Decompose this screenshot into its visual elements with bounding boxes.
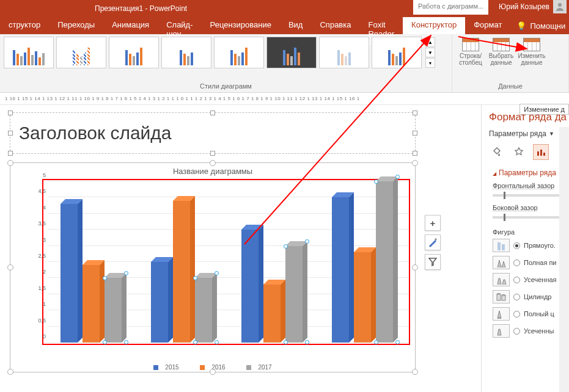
bar[interactable] [173, 201, 190, 343]
tab-view[interactable]: Вид [280, 17, 312, 34]
chart-style-1[interactable] [4, 37, 54, 68]
chart-style-2[interactable] [56, 37, 106, 68]
horizontal-ruler[interactable]: 1 16 1 15 1 14 1 13 1 12 1 11 1 10 1 9 1… [0, 93, 569, 105]
slide-title-placeholder[interactable]: Заголовок слайда [10, 112, 416, 154]
bar[interactable] [376, 181, 393, 343]
resize-handle[interactable] [413, 131, 417, 136]
resize-handle[interactable] [8, 161, 13, 165]
slider-front-gap[interactable] [493, 194, 562, 197]
series-options-tab-icon[interactable] [533, 144, 549, 160]
chart-style-7[interactable] [319, 37, 369, 68]
resize-handle[interactable] [413, 111, 417, 115]
svg-rect-7 [502, 296, 505, 300]
resize-handle[interactable] [413, 151, 417, 156]
radio[interactable] [513, 294, 520, 300]
chart-style-3[interactable] [109, 37, 159, 68]
bar-cluster[interactable] [61, 181, 134, 343]
shape-truncpyr-icon [493, 273, 510, 286]
tell-me[interactable]: 💡 Помощни [510, 17, 569, 34]
chart-style-8[interactable] [372, 37, 422, 68]
user-account[interactable]: Юрий Козырев [499, 0, 569, 13]
resize-handle[interactable] [210, 111, 215, 115]
radio[interactable] [513, 260, 520, 266]
radio[interactable] [513, 311, 520, 318]
chart-side-buttons: + [425, 215, 441, 270]
bar[interactable] [263, 285, 281, 343]
radio[interactable] [513, 277, 520, 283]
resize-handle[interactable] [413, 161, 417, 165]
resize-handle[interactable] [8, 151, 13, 156]
chart-filters-button[interactable] [425, 254, 441, 270]
tab-constructor-partial[interactable]: структор [0, 17, 49, 34]
bar[interactable] [195, 278, 212, 343]
bar[interactable] [105, 278, 122, 343]
bar-cluster[interactable] [241, 181, 315, 343]
shape-option-partial-pyramid[interactable]: Усеченная [482, 271, 569, 288]
resize-handle[interactable] [210, 151, 215, 156]
ribbon: ▲ ▼ ▾ Стили диаграмм Строка/ столбец Выб… [0, 34, 569, 93]
chart-style-6[interactable] [266, 37, 317, 68]
resize-handle[interactable] [210, 369, 215, 374]
bar-cluster[interactable] [332, 181, 405, 343]
section-series-options[interactable]: Параметры ряда [482, 166, 569, 181]
tab-chart-design[interactable]: Конструктор [403, 17, 465, 34]
bar[interactable] [241, 230, 259, 343]
resize-handle[interactable] [8, 131, 13, 136]
bar[interactable] [332, 197, 349, 343]
shape-option-partial-cone[interactable]: Усеченны [482, 322, 569, 339]
resize-handle[interactable] [8, 369, 13, 374]
shape-option-full-pyramid[interactable]: Полная пи [482, 254, 569, 271]
edit-data-button[interactable]: Изменить данные [517, 37, 546, 67]
tab-chart-format[interactable]: Формат [465, 17, 510, 34]
chart-style-4[interactable] [161, 37, 211, 68]
select-data-button[interactable]: Выбрать данные [486, 37, 516, 67]
radio[interactable] [513, 242, 520, 249]
tab-review[interactable]: Рецензирование [202, 17, 280, 34]
switch-row-col-button[interactable]: Строка/ столбец [456, 37, 485, 67]
slider-side-gap[interactable] [493, 216, 562, 219]
resize-handle[interactable] [413, 369, 417, 374]
titlebar: Презентация1 - PowerPoint Работа с диагр… [0, 0, 569, 17]
styles-scroll-up[interactable]: ▲ [425, 37, 435, 47]
resize-handle[interactable] [8, 111, 13, 115]
tab-help[interactable]: Справка [311, 17, 359, 34]
bar[interactable] [354, 252, 371, 343]
pane-subtitle-dropdown[interactable]: Параметры ряда ▼ [482, 127, 569, 140]
slide-title-text: Заголовок слайда [19, 123, 172, 143]
label-shape: Фигура [482, 225, 569, 237]
slide[interactable]: Заголовок слайда Название диаграммы 0 0,… [5, 111, 420, 392]
shape-option-box[interactable]: Прямоуго. [482, 237, 569, 254]
edit-data-icon [523, 38, 540, 51]
styles-more[interactable]: ▾ [425, 58, 435, 68]
shape-option-full-cone[interactable]: Полный ц [482, 305, 569, 322]
tab-foxit[interactable]: Foxit Reader PDF [359, 17, 403, 34]
bar[interactable] [151, 262, 168, 343]
y-axis: 0 0,5 1 1,5 2 2,5 3 3,5 4 4,5 5 [35, 181, 47, 343]
pane-scrollbar[interactable] [559, 127, 569, 392]
help-label: Помощни [530, 21, 565, 31]
fill-tab-icon[interactable] [489, 144, 505, 160]
styles-scroll-down[interactable]: ▼ [425, 48, 435, 57]
plot-area[interactable] [48, 181, 409, 343]
resize-handle[interactable] [413, 265, 417, 270]
label-side-gap: Боковой зазор [482, 203, 569, 212]
shape-option-cylinder[interactable]: Цилиндр [482, 288, 569, 305]
chart-object[interactable]: Название диаграммы 0 0,5 1 1,5 2 2,5 3 3… [10, 162, 416, 372]
chart-style-5[interactable] [214, 37, 264, 68]
context-tab-chart-tools[interactable]: Работа с диаграмм... [413, 0, 488, 15]
tab-animation[interactable]: Анимация [103, 17, 158, 34]
effects-tab-icon[interactable] [511, 144, 527, 160]
avatar-icon [553, 0, 567, 13]
resize-handle[interactable] [210, 161, 215, 165]
bar[interactable] [83, 265, 100, 343]
chart-styles-button[interactable] [425, 234, 441, 250]
resize-handle[interactable] [8, 265, 13, 270]
shape-trunccone-icon [493, 324, 510, 338]
bar[interactable] [61, 204, 78, 343]
bar[interactable] [285, 246, 303, 343]
tab-slideshow[interactable]: Слайд-шоу [158, 17, 201, 34]
tab-transitions[interactable]: Переходы [49, 17, 103, 34]
chart-elements-button[interactable]: + [425, 215, 441, 231]
radio[interactable] [513, 328, 520, 335]
bar-cluster[interactable] [151, 181, 224, 343]
